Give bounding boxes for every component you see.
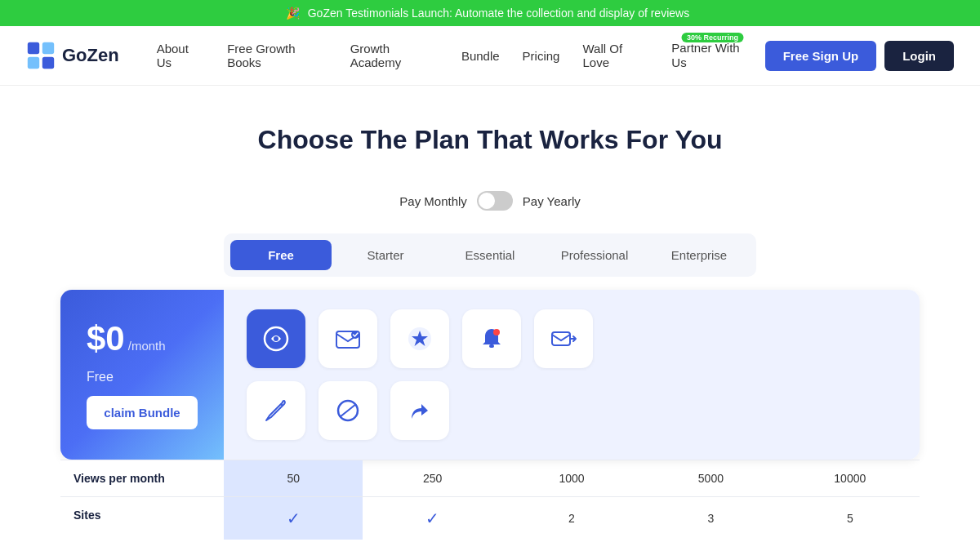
compare-sites-starter: ✓ — [363, 497, 501, 540]
page-title: Choose The Plan That Works For You — [13, 125, 967, 155]
svg-rect-1 — [42, 42, 54, 54]
compare-table: Views per month 50 250 1000 5000 10000 S… — [41, 460, 939, 540]
sites-professional-value: 3 — [707, 512, 714, 525]
content-ai-icon — [261, 324, 291, 353]
compare-views-starter: 250 — [363, 460, 501, 496]
nav-growth-academy[interactable]: Growth Academy — [339, 35, 450, 76]
partner-badge: 30% Recurring — [682, 33, 743, 42]
nav-about-us[interactable]: About Us — [145, 35, 216, 76]
free-signup-button[interactable]: Free Sign Up — [765, 41, 877, 71]
compare-views-enterprise: 10000 — [781, 460, 920, 496]
product-icon-forms — [247, 381, 305, 440]
send-icon — [549, 324, 578, 353]
pricing-area: $0 /month Free claim Bundle — [41, 290, 939, 460]
compare-row-views: Views per month 50 250 1000 5000 10000 — [60, 460, 920, 496]
redirect-icon — [405, 396, 434, 425]
product-icons-row-1 — [247, 309, 897, 368]
compare-sites-free: ✓ — [224, 497, 363, 540]
compare-views-essential: 1000 — [502, 460, 641, 496]
compare-sites-professional: 3 — [641, 497, 780, 540]
compare-label-sites: Sites — [60, 497, 224, 540]
tab-starter[interactable]: Starter — [335, 240, 436, 270]
price-display: $0 /month — [87, 319, 198, 358]
logo-icon — [26, 41, 56, 70]
nav-links: About Us Free Growth Books Growth Academ… — [145, 34, 765, 77]
star-icon — [405, 324, 434, 353]
bell-icon — [477, 324, 506, 353]
partner-label: Partner With Us — [671, 41, 739, 69]
price-amount: $0 — [87, 319, 125, 358]
sites-essential-value: 2 — [568, 512, 575, 525]
pricing-card: $0 /month Free claim Bundle — [60, 290, 920, 460]
card-products-section — [224, 290, 920, 460]
billing-toggle: Pay Monthly Pay Yearly — [0, 191, 980, 211]
svg-rect-3 — [42, 57, 54, 69]
plan-tabs: Free Starter Essential Professional Ente… — [230, 240, 750, 270]
email-icon — [333, 324, 363, 353]
yearly-label: Pay Yearly — [523, 194, 581, 208]
announcement-banner: 🎉 GoZen Testimonials Launch: Automate th… — [0, 0, 980, 26]
tab-essential[interactable]: Essential — [439, 240, 541, 270]
views-free-value: 50 — [287, 472, 300, 485]
svg-rect-10 — [489, 344, 494, 348]
views-enterprise-value: 10000 — [834, 472, 866, 485]
logo-text: GoZen — [62, 45, 119, 66]
svg-point-5 — [274, 336, 278, 341]
price-label: Free — [87, 370, 198, 384]
banner-text: GoZen Testimonials Launch: Automate the … — [308, 7, 689, 20]
views-essential-value: 1000 — [559, 472, 584, 485]
product-icon-content-ai — [247, 309, 305, 368]
product-icon-email — [318, 309, 377, 368]
check-starter-sites: ✓ — [425, 509, 439, 528]
monthly-label: Pay Monthly — [399, 194, 467, 208]
tab-enterprise[interactable]: Enterprise — [648, 240, 750, 270]
tab-free[interactable]: Free — [230, 240, 332, 270]
views-starter-value: 250 — [423, 472, 442, 485]
billing-toggle-switch[interactable] — [477, 191, 513, 211]
svg-rect-2 — [28, 57, 39, 69]
svg-point-11 — [493, 329, 500, 335]
views-professional-value: 5000 — [698, 472, 724, 485]
product-icon-redirect — [390, 381, 449, 440]
svg-rect-12 — [552, 332, 570, 345]
compare-sites-essential: 2 — [502, 497, 641, 540]
card-price-section: $0 /month Free claim Bundle — [60, 290, 224, 460]
banner-emoji: 🎉 — [286, 7, 300, 20]
compare-label-views: Views per month — [60, 460, 224, 496]
plan-tabs-wrap: Free Starter Essential Professional Ente… — [224, 233, 756, 277]
product-icon-mail-send — [534, 309, 593, 368]
check-free-sites: ✓ — [287, 509, 301, 528]
nav-actions: Free Sign Up Login — [765, 41, 954, 71]
compare-views-free: 50 — [224, 460, 363, 496]
svg-point-7 — [351, 331, 359, 339]
tab-professional[interactable]: Professional — [544, 240, 645, 270]
nav-wall-of-love[interactable]: Wall Of Love — [571, 35, 660, 76]
product-icons-row-2 — [247, 381, 897, 440]
login-button[interactable]: Login — [884, 41, 954, 71]
plan-tabs-container: Free Starter Essential Professional Ente… — [204, 233, 776, 277]
views-label: Views per month — [74, 472, 165, 485]
sites-label: Sites — [74, 509, 100, 522]
compare-sites-enterprise: 5 — [781, 497, 920, 540]
navbar: GoZen About Us Free Growth Books Growth … — [0, 26, 980, 86]
analytics-icon — [333, 396, 363, 425]
compare-views-professional: 5000 — [641, 460, 780, 496]
logo[interactable]: GoZen — [26, 41, 119, 70]
compare-row-sites: Sites ✓ ✓ 2 3 5 — [60, 496, 920, 540]
toggle-thumb — [479, 193, 495, 209]
product-icon-notifications — [462, 309, 521, 368]
nav-pricing[interactable]: Pricing — [511, 42, 572, 69]
product-icon-analytics — [318, 381, 377, 440]
nav-partner-with-us[interactable]: 30% Recurring Partner With Us — [660, 34, 764, 77]
product-icon-testimonials — [390, 309, 449, 368]
claim-bundle-button[interactable]: claim Bundle — [87, 396, 198, 429]
forms-icon — [261, 396, 291, 425]
svg-rect-0 — [28, 42, 39, 54]
nav-free-growth-books[interactable]: Free Growth Books — [216, 35, 338, 76]
hero-section: Choose The Plan That Works For You — [0, 86, 980, 175]
nav-bundle[interactable]: Bundle — [450, 42, 511, 69]
price-period: /month — [128, 339, 166, 353]
sites-enterprise-value: 5 — [847, 512, 853, 525]
